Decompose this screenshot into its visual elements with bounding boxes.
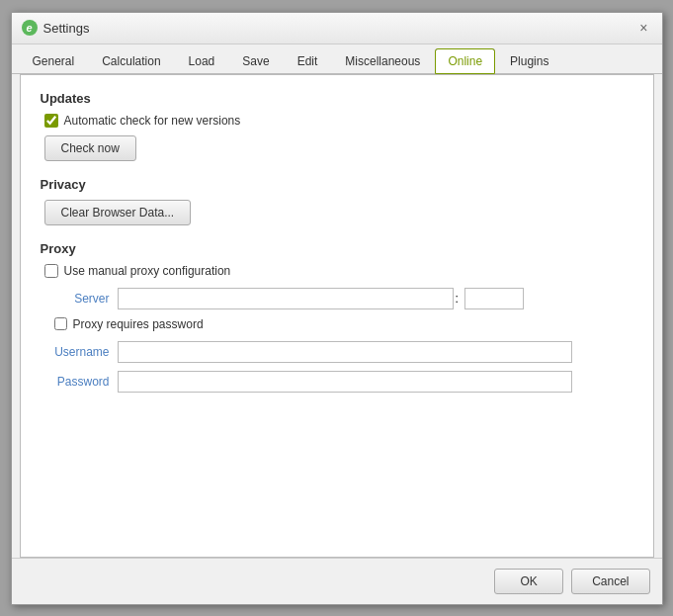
- app-icon: e: [22, 20, 38, 36]
- tab-plugins[interactable]: Plugins: [497, 48, 561, 73]
- proxy-title: Proxy: [41, 241, 633, 256]
- colon-separator: :: [456, 292, 459, 306]
- username-label: Username: [50, 345, 110, 359]
- cancel-button[interactable]: Cancel: [571, 569, 649, 594]
- password-input[interactable]: [118, 371, 572, 393]
- username-input[interactable]: [118, 341, 572, 363]
- tabs-bar: General Calculation Load Save Edit Misce…: [12, 44, 662, 74]
- footer: OK Cancel: [12, 558, 662, 604]
- content-area: Updates Automatic check for new versions…: [20, 74, 654, 558]
- port-input[interactable]: [464, 288, 524, 309]
- manual-proxy-row: Use manual proxy configuration: [44, 264, 633, 278]
- server-row: Server :: [50, 288, 633, 309]
- tab-calculation[interactable]: Calculation: [89, 48, 173, 73]
- proxy-password-label: Proxy requires password: [73, 317, 204, 331]
- proxy-password-checkbox[interactable]: [54, 317, 67, 330]
- privacy-title: Privacy: [41, 177, 633, 192]
- server-input[interactable]: [118, 288, 454, 309]
- username-row: Username: [50, 341, 633, 363]
- ok-button[interactable]: OK: [494, 569, 563, 594]
- manual-proxy-checkbox[interactable]: [44, 264, 58, 278]
- tab-online[interactable]: Online: [435, 48, 495, 74]
- close-button[interactable]: ×: [635, 19, 651, 37]
- auto-check-checkbox[interactable]: [44, 114, 58, 128]
- tab-save[interactable]: Save: [229, 48, 282, 73]
- password-label: Password: [50, 375, 110, 389]
- server-label: Server: [50, 292, 110, 306]
- tab-general[interactable]: General: [20, 48, 88, 73]
- settings-dialog: e Settings × General Calculation Load Sa…: [11, 12, 663, 605]
- clear-browser-button[interactable]: Clear Browser Data...: [44, 200, 192, 225]
- proxy-password-required-row: Proxy requires password: [54, 317, 633, 331]
- check-now-button[interactable]: Check now: [44, 135, 136, 161]
- password-row: Password: [50, 371, 633, 393]
- tab-edit[interactable]: Edit: [285, 48, 331, 73]
- updates-section: Updates Automatic check for new versions…: [41, 91, 633, 161]
- manual-proxy-label: Use manual proxy configuration: [64, 264, 231, 278]
- dialog-title: Settings: [43, 21, 90, 36]
- auto-check-row: Automatic check for new versions: [44, 114, 633, 128]
- title-bar: e Settings ×: [12, 13, 662, 44]
- auto-check-label: Automatic check for new versions: [64, 114, 241, 128]
- tab-miscellaneous[interactable]: Miscellaneous: [332, 48, 433, 73]
- title-bar-left: e Settings: [22, 20, 90, 36]
- updates-title: Updates: [41, 91, 633, 106]
- proxy-section: Proxy Use manual proxy configuration Ser…: [41, 241, 633, 393]
- privacy-section: Privacy Clear Browser Data...: [41, 177, 633, 225]
- tab-load[interactable]: Load: [176, 48, 228, 73]
